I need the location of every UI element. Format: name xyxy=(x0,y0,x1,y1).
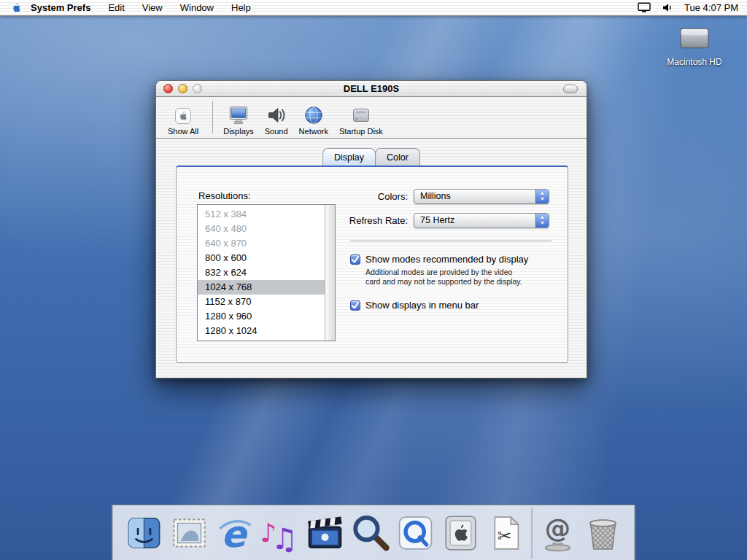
toolbar-item-label: Network xyxy=(299,127,328,136)
list-item[interactable]: 1280 x 960 xyxy=(198,309,325,324)
volume-menu-extra-icon[interactable] xyxy=(662,0,673,15)
list-item: 640 x 480 xyxy=(198,222,325,236)
dock: e ♪ ♫ xyxy=(112,505,635,560)
svg-text:♫: ♫ xyxy=(271,521,298,552)
show-all-icon xyxy=(173,106,193,126)
internet-explorer-icon: e xyxy=(215,513,255,553)
modes-note-line1: Additional modes are provided by the vid… xyxy=(365,268,522,277)
dock-item-quicktime[interactable] xyxy=(393,510,438,556)
dock-item-sherlock[interactable] xyxy=(348,510,393,556)
apple-logo-icon xyxy=(11,2,22,13)
list-item-selected[interactable]: 747 x 560 xyxy=(198,280,325,295)
modes-note-line2: card and may not be supported by the dis… xyxy=(365,277,522,287)
tab-display[interactable]: Display xyxy=(322,148,376,166)
at-spring-icon: @ xyxy=(538,513,578,553)
dock-item-trash[interactable] xyxy=(581,510,626,556)
toolbar-displays-button[interactable]: Displays xyxy=(223,104,254,136)
list-item[interactable]: 1280 x 1024 xyxy=(198,324,325,338)
toolbar-sound-button[interactable]: Sound xyxy=(265,104,288,136)
list-item: 640 x 870 xyxy=(198,236,325,251)
refresh-rate-popup-menu[interactable]: 75 Hertz xyxy=(414,213,549,228)
preferences-toolbar: Show All Displays Sound xyxy=(156,97,587,139)
dock-item-mail-at-spring[interactable]: @ xyxy=(535,510,581,556)
sound-icon xyxy=(266,104,287,126)
menu-view[interactable]: View xyxy=(142,2,163,13)
popup-arrows-icon xyxy=(535,190,549,203)
toolbar-item-label: Startup Disk xyxy=(339,127,383,136)
list-item[interactable]: 1152 x 870 xyxy=(198,295,325,309)
svg-text:✂: ✂ xyxy=(498,525,512,545)
toolbar-startup-disk-button[interactable]: Startup Disk xyxy=(339,104,383,136)
tab-color[interactable]: Color xyxy=(375,148,420,166)
tab-label: Color xyxy=(387,152,409,163)
dock-item-scissors-document[interactable]: ✂ xyxy=(484,510,529,556)
refresh-rate-label: Refresh Rate: xyxy=(341,215,408,226)
display-preferences-window: DELL E190S Show All Displays xyxy=(155,80,587,378)
toolbar-separator xyxy=(212,101,213,133)
dock-item-itunes[interactable]: ♪ ♫ xyxy=(258,510,303,556)
dock-item-mail[interactable] xyxy=(167,510,212,556)
minimize-button[interactable] xyxy=(178,84,187,93)
display-tab-pane: Resolutions: 512 x 384 640 x 480 640 x 8… xyxy=(176,166,568,363)
window-content: Display Color Resolutions: 512 x 384 640… xyxy=(156,139,587,378)
show-modes-label: Show modes recommended by display xyxy=(365,254,528,265)
menu-bar-clock[interactable]: Tue 4:07 PM xyxy=(684,2,738,13)
imovie-clapperboard-icon xyxy=(306,513,345,553)
window-title-bar[interactable]: DELL E190S xyxy=(156,81,587,97)
network-globe-icon xyxy=(303,104,325,126)
resolutions-rows: 512 x 384 640 x 480 640 x 870 800 x 600 … xyxy=(198,205,325,341)
window-controls xyxy=(163,84,202,93)
tab-label: Display xyxy=(334,152,364,163)
desktop-icon-macintosh-hd[interactable]: Macintosh HD xyxy=(659,25,729,67)
hard-drive-icon xyxy=(677,25,712,52)
show-displays-menubar-label: Show displays in menu bar xyxy=(365,300,479,311)
resolutions-label: Resolutions: xyxy=(198,190,251,201)
section-divider xyxy=(350,241,551,242)
menu-window[interactable]: Window xyxy=(180,2,214,13)
toolbar-toggle-button[interactable] xyxy=(563,85,578,93)
tab-bar: Display Color xyxy=(322,148,420,166)
toolbar-item-label: Show All xyxy=(168,127,198,136)
close-button[interactable] xyxy=(163,84,173,93)
apple-menu[interactable] xyxy=(0,0,31,15)
list-scrollbar[interactable] xyxy=(325,205,335,341)
desktop-icon-label: Macintosh HD xyxy=(659,57,729,67)
toolbar-show-all-button[interactable]: Show All xyxy=(168,106,198,136)
displays-menu-extra-icon[interactable] xyxy=(638,0,651,15)
toolbar-item-label: Sound xyxy=(265,127,288,136)
scissors-document-icon: ✂ xyxy=(487,513,526,553)
checkmark-icon xyxy=(351,255,360,264)
finder-icon xyxy=(125,513,164,553)
colors-label: Colors: xyxy=(341,191,408,202)
resolutions-list: 512 x 384 640 x 480 640 x 870 800 x 600 … xyxy=(197,204,336,341)
menu-edit[interactable]: Edit xyxy=(108,2,124,13)
show-modes-checkbox[interactable] xyxy=(350,254,360,265)
displays-icon xyxy=(228,104,249,126)
window-title: DELL E190S xyxy=(344,83,399,94)
popup-arrows-icon xyxy=(535,214,549,228)
show-displays-menubar-checkbox[interactable] xyxy=(350,300,360,311)
quicktime-icon xyxy=(396,513,436,553)
itunes-icon: ♪ ♫ xyxy=(260,513,300,553)
menu-help[interactable]: Help xyxy=(231,2,251,13)
dock-divider xyxy=(532,508,533,559)
refresh-rate-popup-value: 75 Hertz xyxy=(414,215,535,225)
menu-bar: System Prefs Edit View Window Help Tue 4… xyxy=(0,0,747,16)
dock-item-finder[interactable] xyxy=(122,510,167,556)
toolbar-item-label: Displays xyxy=(223,127,254,136)
toolbar-network-button[interactable]: Network xyxy=(299,104,328,136)
list-item[interactable]: 800 x 600 xyxy=(198,251,325,265)
svg-text:@: @ xyxy=(545,513,570,543)
list-item: 512 x 384 xyxy=(198,207,325,222)
sherlock-magnifier-icon xyxy=(351,513,390,553)
dock-item-internet-explorer[interactable]: e xyxy=(212,510,258,556)
dock-item-system-preferences[interactable] xyxy=(438,510,484,556)
menu-app-name[interactable]: System Prefs xyxy=(31,2,90,13)
colors-popup-value: Millions xyxy=(414,191,535,201)
svg-text:e: e xyxy=(221,513,248,553)
desktop: System Prefs Edit View Window Help Tue 4… xyxy=(0,0,747,560)
list-item[interactable]: 832 x 624 xyxy=(198,265,325,280)
colors-popup-menu[interactable]: Millions xyxy=(414,189,549,204)
dock-item-imovie[interactable] xyxy=(303,510,348,556)
zoom-button[interactable] xyxy=(193,84,202,93)
